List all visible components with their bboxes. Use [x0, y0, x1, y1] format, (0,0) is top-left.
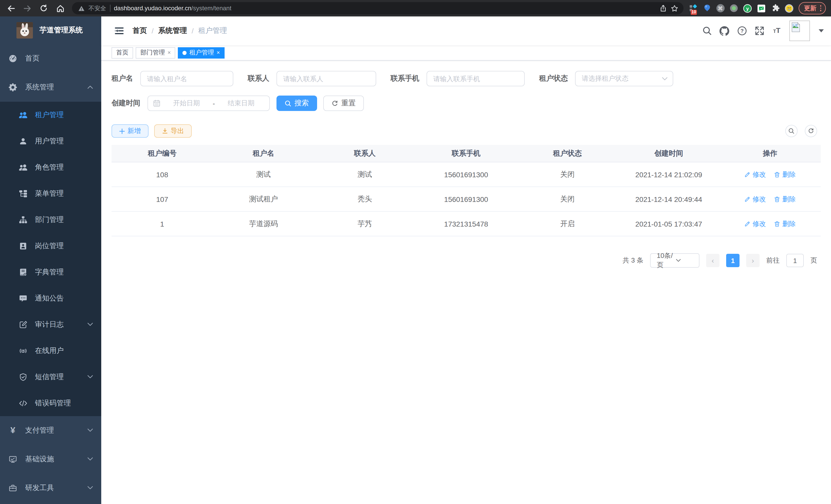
browser-reload-button[interactable]	[37, 2, 50, 15]
delete-link[interactable]: 删除	[774, 195, 796, 204]
url-text[interactable]: dashboard.yudao.iocoder.cn/system/tenant	[114, 5, 231, 12]
sidebar-item-post[interactable]: 岗位管理	[0, 233, 101, 259]
extension-recorder-icon[interactable]	[729, 4, 738, 13]
prev-page-button[interactable]: ‹	[706, 254, 719, 267]
breadcrumb-system[interactable]: 系统管理	[158, 26, 187, 35]
sidebar-item-online-users[interactable]: 在线用户	[0, 337, 101, 364]
fullscreen-icon[interactable]	[754, 26, 764, 36]
edit-link[interactable]: 修改	[744, 195, 766, 204]
goto-label: 前往	[766, 256, 780, 265]
pagination: 共 3 条 10条/页 ‹ 1 › 前往 页	[112, 253, 821, 268]
start-date-placeholder[interactable]: 开始日期	[164, 99, 210, 108]
page-size-select[interactable]: 10条/页	[650, 253, 699, 268]
extension-arc-icon[interactable]: 10	[688, 4, 698, 13]
sidebar-item-role[interactable]: 角色管理	[0, 154, 101, 180]
contact-input[interactable]	[277, 71, 376, 86]
security-warning-icon[interactable]	[78, 5, 85, 11]
sidebar-item-label: 岗位管理	[35, 241, 64, 250]
cell-mobile: 17321315478	[416, 212, 517, 236]
sidebar-item-label: 部门管理	[35, 215, 64, 224]
column-header: 租户编号	[112, 145, 213, 162]
breadcrumb-home[interactable]: 首页	[133, 26, 147, 35]
sidebar-item-tenant[interactable]: 租户管理	[0, 102, 101, 128]
sidebar-item-error-code[interactable]: 错误码管理	[0, 390, 101, 416]
search-icon[interactable]	[702, 26, 712, 36]
edit-link[interactable]: 修改	[744, 170, 766, 179]
extension-chat-icon[interactable]	[757, 4, 766, 13]
browser-home-button[interactable]	[53, 2, 67, 15]
mobile-input[interactable]	[427, 71, 525, 86]
toolbox-icon	[9, 484, 17, 492]
sidebar-item-payment[interactable]: ¥ 支付管理	[0, 416, 101, 445]
cell-actions: 修改 删除	[719, 212, 821, 236]
edit-link[interactable]: 修改	[744, 219, 766, 228]
sidebar-item-dept[interactable]: 部门管理	[0, 207, 101, 233]
help-icon[interactable]: ?	[737, 26, 747, 36]
sidebar-logo-row[interactable]: 芋道管理系统	[0, 17, 101, 44]
sidebar-item-dict[interactable]: 字典管理	[0, 259, 101, 285]
screen: 不安全 dashboard.yudao.iocoder.cn/system/te…	[0, 0, 831, 504]
delete-link-label: 删除	[782, 219, 796, 228]
sidebar-item-infrastructure[interactable]: 基础设施	[0, 445, 101, 474]
address-bar[interactable]: 不安全 dashboard.yudao.iocoder.cn/system/te…	[72, 2, 683, 14]
avatar-dropdown-caret-icon[interactable]	[819, 29, 824, 32]
sidebar-item-dev-tools[interactable]: 研发工具	[0, 474, 101, 502]
add-button[interactable]: 新增	[112, 124, 148, 138]
tab-tenant[interactable]: 租户管理×	[178, 47, 225, 58]
tab-label: 租户管理	[190, 48, 214, 57]
next-page-button[interactable]: ›	[746, 254, 760, 267]
search-button[interactable]: 搜索	[277, 95, 317, 111]
cell-created: 2021-12-14 21:02:09	[618, 162, 719, 187]
goto-page-input[interactable]	[786, 254, 804, 267]
browser-menu-kebab-icon[interactable]	[820, 5, 821, 11]
export-button[interactable]: 导出	[154, 124, 192, 138]
browser-forward-button[interactable]	[21, 2, 34, 15]
extensions-puzzle-icon[interactable]	[771, 4, 780, 13]
sidebar-item-sms[interactable]: 短信管理	[0, 364, 101, 390]
tab-home[interactable]: 首页	[112, 47, 133, 58]
sidebar-item-home[interactable]: 首页	[0, 44, 101, 73]
delete-link[interactable]: 删除	[774, 170, 796, 179]
status-select[interactable]: 请选择租户状态	[575, 71, 673, 86]
sidebar-item-menu[interactable]: 菜单管理	[0, 180, 101, 207]
delete-link[interactable]: 删除	[774, 219, 796, 228]
code-icon	[19, 399, 27, 407]
svg-text:?: ?	[740, 28, 743, 34]
browser-back-button[interactable]	[4, 2, 18, 15]
page-number-1[interactable]: 1	[726, 254, 740, 267]
table-search-toggle-icon[interactable]	[785, 125, 798, 137]
extension-balloon-icon[interactable]	[702, 4, 712, 13]
tab-dept[interactable]: 部门管理×	[136, 47, 175, 58]
cell-created: 2021-12-14 20:49:44	[618, 187, 719, 212]
table-refresh-icon[interactable]	[805, 125, 817, 137]
reset-button[interactable]: 重置	[323, 95, 364, 111]
browser-extensions: 10 ⌘ y 更新	[688, 2, 826, 14]
sidebar-collapse-icon[interactable]	[114, 26, 124, 36]
extension-command-icon[interactable]: ⌘	[716, 4, 724, 12]
github-icon[interactable]	[719, 26, 729, 36]
cell-contact: 测试	[314, 162, 416, 187]
cell-tenant-id: 107	[112, 187, 213, 212]
security-label[interactable]: 不安全	[88, 4, 106, 12]
end-date-placeholder[interactable]: 结束日期	[218, 99, 264, 108]
create-time-range-picker[interactable]: 开始日期 - 结束日期	[147, 95, 270, 111]
sidebar-item-system[interactable]: 系统管理	[0, 73, 101, 102]
profile-avatar-icon[interactable]	[784, 4, 794, 13]
tenant-name-input[interactable]	[140, 71, 233, 86]
extension-y-icon[interactable]: y	[743, 4, 752, 13]
bookmark-star-icon[interactable]	[670, 4, 678, 12]
avatar[interactable]	[790, 21, 810, 41]
user-icon	[19, 137, 27, 145]
table-row: 108 测试 测试 15601691300 关闭 2021-12-14 21:0…	[112, 162, 821, 187]
sidebar-item-notice[interactable]: 通知公告	[0, 285, 101, 312]
share-icon[interactable]	[659, 4, 667, 12]
sidebar-item-label: 字典管理	[35, 267, 64, 277]
cell-tenant-name: 芋道源码	[213, 212, 314, 236]
close-icon[interactable]: ×	[217, 50, 220, 56]
sidebar-item-user[interactable]: 用户管理	[0, 128, 101, 154]
table-row: 107 测试租户 秃头 15601691300 关闭 2021-12-14 20…	[112, 187, 821, 212]
browser-update-button[interactable]: 更新	[798, 2, 826, 14]
font-size-icon[interactable]: TT	[772, 26, 782, 36]
close-icon[interactable]: ×	[168, 50, 171, 56]
sidebar-item-audit-log[interactable]: 审计日志	[0, 312, 101, 337]
